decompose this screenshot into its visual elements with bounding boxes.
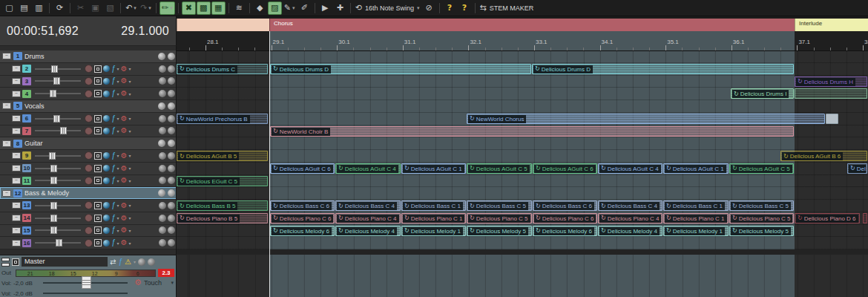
pan-knob-2[interactable] [168,53,175,60]
pan-knob-2[interactable] [168,215,175,222]
timeline-ruler[interactable]: 28.129.130.131.132.133.134.135.136.137.1… [177,31,868,51]
track-fx-icon[interactable]: ƒ [111,177,116,184]
track-row-2[interactable]: –2ƒ▾⚙▾ [0,63,177,76]
track-row-5[interactable]: –5Vocals [0,100,177,113]
solo-button[interactable] [94,115,102,123]
pan-knob-2[interactable] [168,165,175,172]
selection-tool-button[interactable]: ✖ [182,1,196,15]
slider-handle[interactable] [50,202,57,209]
solo-button[interactable] [94,226,102,234]
automation-mode-control[interactable]: ⚙Touch [134,279,162,287]
clip[interactable]: ↻Delicious Bass C 4 [598,200,662,211]
clip[interactable]: ↻Delicious AGuit C [847,163,867,174]
pan-knob-2[interactable] [168,77,175,85]
automation-settings-icon[interactable]: ⚙ [121,115,128,123]
pan-knob-1[interactable] [159,127,166,134]
track-row-11[interactable]: –11ƒ▾⚙▾ [0,175,177,188]
clip[interactable]: ↻Delicious Bass C 6 [533,200,597,211]
bus-send-icon[interactable] [103,202,110,209]
whats-this-button[interactable]: ? [443,1,457,15]
new-file-button[interactable]: ▢ [2,1,16,15]
volume-slider[interactable] [35,90,81,97]
track-row-1[interactable]: –1Drums [0,50,177,63]
groove-erase-button[interactable]: ⊘ [422,1,436,15]
timestretch-tool-button[interactable]: ▦ [211,1,226,15]
track-row-9[interactable]: –9ƒ▾⚙▾ [0,150,177,163]
clip[interactable]: ↻Delicious Bass C 6 [270,200,335,211]
eraser-tool-button[interactable]: ◆ [253,1,267,15]
automation-settings-icon[interactable]: ⚙ [121,90,128,97]
clip[interactable]: ↻Delicious AGuit C 6 [533,163,597,174]
clip[interactable]: ↻Delicious AGuit C 1 [401,163,466,174]
clip[interactable]: ↻Delicious Melody 4 [335,226,401,236]
volume-slider[interactable] [35,115,81,123]
save-button[interactable]: ▥ [32,1,46,15]
track-row-10[interactable]: –10ƒ▾⚙▾ [0,163,177,175]
slider-handle[interactable] [60,127,67,134]
pan-knob-2[interactable] [168,65,175,73]
clip[interactable]: ↻Delicious Melody 1 [663,226,729,236]
chevron-down-icon[interactable]: ▾ [129,166,131,171]
chevron-down-icon[interactable]: ▾ [129,241,131,246]
clip[interactable]: ↻Delicious Melody 6 [270,226,335,236]
slider-handle[interactable] [56,239,62,247]
automation-settings-icon[interactable]: ⚙ [121,65,128,73]
clip[interactable]: ↻Delicious Bass C 5 [729,200,794,211]
master-mute-button[interactable] [12,258,19,266]
pan-knob-1[interactable] [159,77,166,85]
volume-slider[interactable] [35,165,81,172]
chevron-down-icon[interactable]: ▾ [170,5,173,11]
clip[interactable]: ↻Delicious AGuit C 6 [270,163,335,174]
bus-send-icon[interactable] [103,128,110,134]
collapse-button[interactable]: – [2,102,11,109]
solo-button[interactable] [94,77,102,85]
track-fx-icon[interactable]: ƒ [111,90,116,97]
master-name-field[interactable]: Master [22,257,108,267]
pan-knob-1[interactable] [159,215,166,222]
volume-slider[interactable] [35,226,81,234]
chevron-down-icon[interactable]: ▾ [129,116,131,121]
record-arm-button[interactable] [85,201,93,209]
track-row-7[interactable]: –7ƒ▾⚙▾ [0,125,177,138]
master-knob-1[interactable] [138,258,145,266]
volume-slider[interactable] [35,152,81,160]
chevron-down-icon[interactable]: ▾ [129,66,131,71]
clip[interactable]: ↻Delicious Melody 6 [533,226,597,236]
pan-knob-1[interactable] [159,65,166,73]
chevron-down-icon[interactable]: ▾ [417,5,420,11]
clip[interactable]: ↻Delicious AGuit C 1 [663,163,729,174]
section-marker[interactable] [177,19,269,31]
pan-knob-2[interactable] [168,177,175,184]
minimize-tracks-icon[interactable] [1,258,10,267]
solo-button[interactable] [94,65,102,73]
slider-handle[interactable] [50,177,57,184]
bus-send-icon[interactable] [103,215,110,221]
pan-knob-2[interactable] [168,226,175,234]
chevron-down-icon[interactable]: ▾ [129,91,131,97]
open-project-button[interactable]: ▤ [17,1,31,15]
clip[interactable]: ↻Delicious Piano B 5 [177,213,268,223]
draw-tool-button[interactable]: ✏▾ [160,1,175,15]
solo-button[interactable] [94,239,102,247]
help-cursor-button[interactable]: ? [458,1,472,15]
record-arm-button[interactable] [85,214,93,222]
pan-knob-2[interactable] [168,102,175,110]
master-fx-icon[interactable]: ƒ [118,258,122,266]
chevron-down-icon[interactable]: ▾ [117,79,119,84]
clip[interactable]: ↻Delicious EGuit C 5 [177,176,268,186]
bus-send-icon[interactable] [103,227,110,234]
record-arm-button[interactable] [85,177,93,185]
clip[interactable]: ↻Delicious Drums D [270,64,531,74]
volume-slider[interactable] [35,177,81,184]
volume-slider[interactable] [35,202,81,209]
automation-settings-icon[interactable]: ⚙ [121,177,128,184]
track-fx-icon[interactable]: ƒ [111,239,116,247]
collapse-button[interactable]: – [12,165,21,172]
pan-knob-2[interactable] [168,140,175,147]
track-row-4[interactable]: –4ƒ▾⚙▾ [0,88,177,100]
automation-warning-icon[interactable]: ⚠ [125,258,131,266]
master-knob-2[interactable] [148,258,155,266]
timecode-display[interactable]: 00:00:51,692 [7,25,79,38]
clip[interactable]: ↻Delicious AGuit C 4 [598,163,662,174]
clip[interactable]: ↻Delicious Bass C 1 [663,200,729,211]
